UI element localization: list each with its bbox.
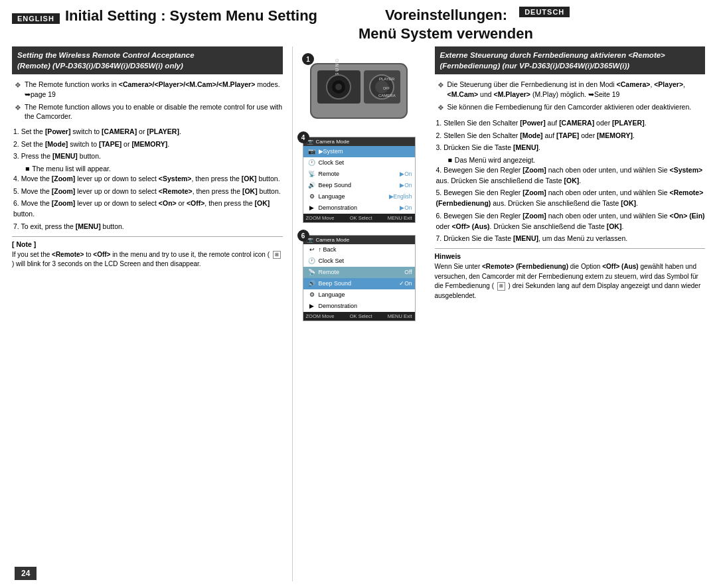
camera-device: SAMSUNG PLAYER OFF CAMERA [307, 58, 410, 125]
note-box: [ Note ] If you set the <Remote> to <Off… [12, 236, 283, 269]
title-english-2 [12, 25, 358, 42]
svg-text:OFF: OFF [383, 86, 390, 90]
left-steps: 1. Set the [Power] switch to [CAMERA] or… [12, 127, 283, 232]
title-german: Menü System verwenden [358, 25, 705, 42]
menu-mockup-2: 📷Camera Mode ↩ ↑ Back 🕐 Clock Set 📡 [303, 235, 416, 321]
hinweis-box: Hinweis Wenn Sie unter <Remote> (Fernbed… [435, 248, 706, 301]
svg-text:PLAYER: PLAYER [379, 77, 395, 81]
english-badge: ENGLISH [12, 13, 60, 24]
right-steps: 1. Stellen Sie den Schalter [Power] auf … [435, 118, 706, 244]
step-4-badge: 4 [297, 131, 309, 143]
step-6-badge: 6 [297, 230, 309, 242]
right-bullets: ❖ Die Steuerung über die Fernbedienung i… [435, 80, 706, 113]
right-section-header: Externe Steuerung durch Fernbedienung ak… [435, 46, 706, 74]
svg-point-11 [335, 84, 342, 90]
left-section-header: Setting the Wireless Remote Control Acce… [12, 46, 283, 74]
title-english: Initial Setting : System Menu Setting [65, 8, 385, 24]
step-1-badge: 1 [302, 53, 314, 65]
svg-text:CAMERA: CAMERA [378, 94, 396, 98]
deutsch-badge: DEUTSCH [519, 7, 570, 17]
left-bullets: ❖ The Remote function works in <Camera>/… [12, 80, 283, 121]
title-german-pre: Voreinstellungen: [385, 7, 507, 24]
menu-mockup-1: 📷Camera Mode 📷 ▶System 🕐 Clock Set 📡 [303, 137, 416, 223]
page-number: 24 [15, 567, 37, 580]
